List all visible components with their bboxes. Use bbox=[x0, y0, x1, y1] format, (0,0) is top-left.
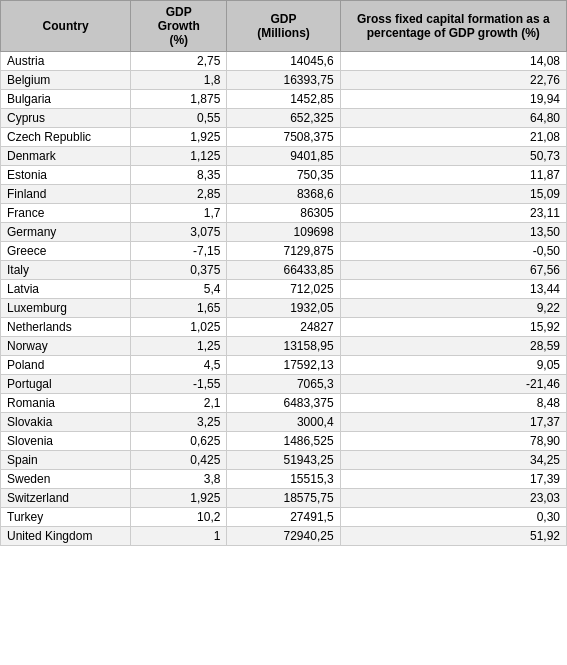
cell-value: 67,56 bbox=[340, 261, 566, 280]
cell-value: 9401,85 bbox=[227, 147, 340, 166]
table-row: Latvia5,4712,02513,44 bbox=[1, 280, 567, 299]
header-row: Country GDPGrowth(%) GDP(Millions) Gross… bbox=[1, 1, 567, 52]
table-row: Switzerland1,92518575,7523,03 bbox=[1, 489, 567, 508]
cell-value: 1,65 bbox=[131, 299, 227, 318]
cell-value: 0,375 bbox=[131, 261, 227, 280]
cell-country: Bulgaria bbox=[1, 90, 131, 109]
table-row: Czech Republic1,9257508,37521,08 bbox=[1, 128, 567, 147]
table-row: Cyprus0,55652,32564,80 bbox=[1, 109, 567, 128]
table-container: Country GDPGrowth(%) GDP(Millions) Gross… bbox=[0, 0, 567, 546]
cell-value: 7129,875 bbox=[227, 242, 340, 261]
cell-country: Finland bbox=[1, 185, 131, 204]
cell-value: 1,8 bbox=[131, 71, 227, 90]
cell-value: 16393,75 bbox=[227, 71, 340, 90]
cell-value: 19,94 bbox=[340, 90, 566, 109]
cell-value: 34,25 bbox=[340, 451, 566, 470]
cell-value: 1486,525 bbox=[227, 432, 340, 451]
table-row: Netherlands1,0252482715,92 bbox=[1, 318, 567, 337]
cell-value: 1,875 bbox=[131, 90, 227, 109]
cell-value: 1452,85 bbox=[227, 90, 340, 109]
cell-country: Belgium bbox=[1, 71, 131, 90]
cell-value: 1 bbox=[131, 527, 227, 546]
cell-country: Netherlands bbox=[1, 318, 131, 337]
cell-country: Cyprus bbox=[1, 109, 131, 128]
cell-country: Latvia bbox=[1, 280, 131, 299]
cell-country: Spain bbox=[1, 451, 131, 470]
cell-value: 1,025 bbox=[131, 318, 227, 337]
cell-value: 11,87 bbox=[340, 166, 566, 185]
table-row: Bulgaria1,8751452,8519,94 bbox=[1, 90, 567, 109]
cell-country: France bbox=[1, 204, 131, 223]
header-gdp-millions: GDP(Millions) bbox=[227, 1, 340, 52]
table-row: Italy0,37566433,8567,56 bbox=[1, 261, 567, 280]
cell-country: Germany bbox=[1, 223, 131, 242]
cell-country: Slovakia bbox=[1, 413, 131, 432]
cell-value: 13,50 bbox=[340, 223, 566, 242]
cell-value: 1,125 bbox=[131, 147, 227, 166]
table-row: Luxemburg1,651932,059,22 bbox=[1, 299, 567, 318]
cell-value: 15515,3 bbox=[227, 470, 340, 489]
table-row: Slovenia0,6251486,52578,90 bbox=[1, 432, 567, 451]
cell-value: 17592,13 bbox=[227, 356, 340, 375]
cell-value: 13,44 bbox=[340, 280, 566, 299]
cell-value: 22,76 bbox=[340, 71, 566, 90]
cell-value: 1,925 bbox=[131, 489, 227, 508]
table-row: Slovakia3,253000,417,37 bbox=[1, 413, 567, 432]
cell-value: 24827 bbox=[227, 318, 340, 337]
cell-value: -7,15 bbox=[131, 242, 227, 261]
cell-value: 1932,05 bbox=[227, 299, 340, 318]
table-row: Poland4,517592,139,05 bbox=[1, 356, 567, 375]
cell-value: 15,09 bbox=[340, 185, 566, 204]
cell-country: Poland bbox=[1, 356, 131, 375]
cell-value: 6483,375 bbox=[227, 394, 340, 413]
cell-value: 17,39 bbox=[340, 470, 566, 489]
table-row: Norway1,2513158,9528,59 bbox=[1, 337, 567, 356]
cell-value: 1,925 bbox=[131, 128, 227, 147]
cell-country: Czech Republic bbox=[1, 128, 131, 147]
table-row: Sweden3,815515,317,39 bbox=[1, 470, 567, 489]
cell-country: Luxemburg bbox=[1, 299, 131, 318]
header-gfcf: Gross fixed capital formation as a perce… bbox=[340, 1, 566, 52]
cell-value: 10,2 bbox=[131, 508, 227, 527]
table-row: Spain0,42551943,2534,25 bbox=[1, 451, 567, 470]
cell-value: 7065,3 bbox=[227, 375, 340, 394]
cell-value: 3000,4 bbox=[227, 413, 340, 432]
cell-country: Greece bbox=[1, 242, 131, 261]
cell-value: 3,25 bbox=[131, 413, 227, 432]
cell-value: 0,55 bbox=[131, 109, 227, 128]
cell-country: Denmark bbox=[1, 147, 131, 166]
cell-country: Norway bbox=[1, 337, 131, 356]
cell-country: Sweden bbox=[1, 470, 131, 489]
cell-value: 1,25 bbox=[131, 337, 227, 356]
cell-value: 15,92 bbox=[340, 318, 566, 337]
cell-country: Austria bbox=[1, 52, 131, 71]
cell-value: 109698 bbox=[227, 223, 340, 242]
table-row: Greece-7,157129,875-0,50 bbox=[1, 242, 567, 261]
cell-value: 8,48 bbox=[340, 394, 566, 413]
cell-value: 8368,6 bbox=[227, 185, 340, 204]
table-row: Turkey10,227491,50,30 bbox=[1, 508, 567, 527]
cell-value: 27491,5 bbox=[227, 508, 340, 527]
cell-value: 3,8 bbox=[131, 470, 227, 489]
cell-value: 72940,25 bbox=[227, 527, 340, 546]
cell-value: 750,35 bbox=[227, 166, 340, 185]
cell-value: 28,59 bbox=[340, 337, 566, 356]
cell-country: United Kingdom bbox=[1, 527, 131, 546]
header-country: Country bbox=[1, 1, 131, 52]
cell-value: 5,4 bbox=[131, 280, 227, 299]
table-row: Finland2,858368,615,09 bbox=[1, 185, 567, 204]
cell-value: 652,325 bbox=[227, 109, 340, 128]
cell-value: 21,08 bbox=[340, 128, 566, 147]
cell-value: -1,55 bbox=[131, 375, 227, 394]
cell-value: 51943,25 bbox=[227, 451, 340, 470]
cell-value: 9,05 bbox=[340, 356, 566, 375]
cell-value: 0,425 bbox=[131, 451, 227, 470]
cell-country: Romania bbox=[1, 394, 131, 413]
cell-value: 66433,85 bbox=[227, 261, 340, 280]
table-row: Denmark1,1259401,8550,73 bbox=[1, 147, 567, 166]
cell-value: 2,75 bbox=[131, 52, 227, 71]
header-gdp-growth: GDPGrowth(%) bbox=[131, 1, 227, 52]
cell-value: 78,90 bbox=[340, 432, 566, 451]
cell-value: -0,50 bbox=[340, 242, 566, 261]
table-row: United Kingdom172940,2551,92 bbox=[1, 527, 567, 546]
